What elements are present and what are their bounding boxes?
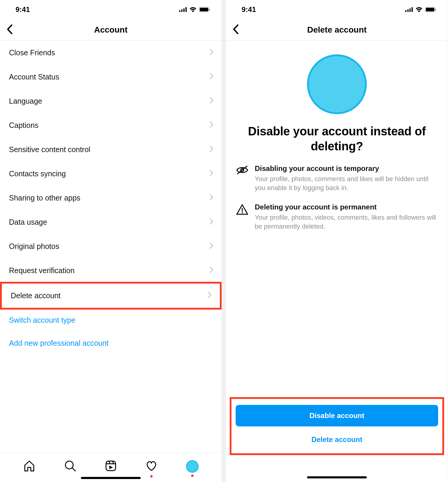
tab-bar bbox=[0, 453, 222, 482]
link-label: Switch account type bbox=[9, 316, 75, 325]
setting-contacts-syncing[interactable]: Contacts syncing bbox=[0, 162, 222, 186]
status-indicators bbox=[179, 7, 210, 12]
chevron-left-icon bbox=[233, 24, 239, 34]
setting-close-friends[interactable]: Close Friends bbox=[0, 41, 222, 65]
svg-rect-5 bbox=[200, 8, 208, 11]
svg-rect-9 bbox=[106, 461, 116, 471]
wifi-icon bbox=[415, 7, 423, 12]
setting-original-photos[interactable]: Original photos bbox=[0, 234, 222, 258]
nav-header: Delete account bbox=[226, 19, 448, 41]
info-deleting: Deleting your account is permanent Your … bbox=[236, 203, 438, 231]
chevron-right-icon bbox=[210, 194, 213, 202]
chevron-left-icon bbox=[7, 24, 13, 34]
setting-language[interactable]: Language bbox=[0, 89, 222, 113]
status-bar: 9:41 bbox=[226, 0, 448, 19]
setting-delete-account[interactable]: Delete account bbox=[2, 284, 220, 308]
bottom-actions: Disable account Delete account bbox=[236, 397, 438, 482]
svg-rect-6 bbox=[209, 9, 210, 10]
avatar-icon bbox=[186, 460, 199, 473]
home-indicator bbox=[307, 476, 367, 478]
reels-icon bbox=[105, 460, 117, 472]
delete-account-screen: 9:41 Delete account Disable your account… bbox=[226, 0, 448, 482]
annotation-highlight: Disable account Delete account bbox=[230, 397, 444, 455]
home-icon bbox=[23, 460, 36, 472]
setting-label: Data usage bbox=[9, 218, 47, 227]
svg-rect-15 bbox=[407, 9, 409, 12]
setting-label: Close Friends bbox=[9, 48, 55, 57]
setting-data-usage[interactable]: Data usage bbox=[0, 210, 222, 234]
battery-icon bbox=[199, 7, 210, 12]
warning-icon bbox=[236, 203, 249, 231]
avatar bbox=[307, 54, 367, 114]
disable-heading: Disable your account instead of deleting… bbox=[236, 124, 438, 154]
status-time: 9:41 bbox=[242, 5, 256, 14]
setting-label: Original photos bbox=[9, 242, 59, 251]
setting-captions[interactable]: Captions bbox=[0, 113, 222, 137]
setting-label: Language bbox=[9, 97, 42, 105]
cellular-icon bbox=[405, 7, 413, 12]
chevron-right-icon bbox=[210, 48, 213, 57]
status-time: 9:41 bbox=[16, 5, 30, 14]
chevron-right-icon bbox=[210, 242, 213, 251]
info-desc: Your profile, photos, videos, comments, … bbox=[255, 213, 438, 231]
nav-header: Account bbox=[0, 19, 222, 41]
notification-dot bbox=[150, 475, 153, 478]
svg-rect-0 bbox=[179, 10, 180, 12]
settings-list[interactable]: Close Friends Account Status Language Ca… bbox=[0, 41, 222, 453]
info-title: Deleting your account is permanent bbox=[255, 203, 438, 211]
chevron-right-icon bbox=[210, 73, 213, 81]
cellular-icon bbox=[179, 7, 187, 12]
link-label: Add new professional account bbox=[9, 339, 109, 348]
setting-label: Captions bbox=[9, 121, 39, 130]
info-text: Deleting your account is permanent Your … bbox=[255, 203, 438, 231]
svg-rect-1 bbox=[181, 9, 182, 12]
search-icon bbox=[64, 460, 76, 472]
setting-sharing-apps[interactable]: Sharing to other apps bbox=[0, 186, 222, 210]
svg-rect-16 bbox=[409, 8, 411, 12]
status-indicators bbox=[405, 7, 436, 12]
info-disabling: Disabling your account is temporary Your… bbox=[236, 164, 438, 193]
page-title: Account bbox=[94, 25, 128, 35]
chevron-right-icon bbox=[210, 266, 213, 275]
info-title: Disabling your account is temporary bbox=[255, 164, 438, 173]
account-settings-screen: 9:41 Account Close Friends Account Statu… bbox=[0, 0, 222, 482]
status-bar: 9:41 bbox=[0, 0, 222, 19]
svg-rect-2 bbox=[183, 8, 185, 12]
tab-search[interactable] bbox=[64, 460, 76, 473]
svg-rect-19 bbox=[426, 8, 434, 11]
annotation-highlight: Delete account bbox=[0, 282, 222, 310]
setting-label: Request verification bbox=[9, 266, 75, 275]
setting-sensitive-content[interactable]: Sensitive content control bbox=[0, 137, 222, 162]
chevron-right-icon bbox=[210, 121, 213, 130]
chevron-right-icon bbox=[210, 145, 213, 154]
setting-label: Contacts syncing bbox=[9, 169, 66, 178]
back-button[interactable] bbox=[4, 22, 15, 38]
svg-rect-3 bbox=[185, 7, 187, 12]
chevron-right-icon bbox=[210, 169, 213, 178]
svg-line-8 bbox=[72, 468, 75, 471]
back-button[interactable] bbox=[230, 22, 241, 38]
setting-label: Account Status bbox=[9, 73, 59, 81]
tab-home[interactable] bbox=[23, 460, 36, 473]
setting-request-verification[interactable]: Request verification bbox=[0, 258, 222, 283]
delete-account-button[interactable]: Delete account bbox=[236, 433, 438, 446]
setting-account-status[interactable]: Account Status bbox=[0, 65, 222, 89]
setting-label: Sharing to other apps bbox=[9, 194, 80, 202]
chevron-right-icon bbox=[210, 97, 213, 105]
heart-icon bbox=[145, 460, 158, 472]
svg-rect-20 bbox=[435, 9, 436, 10]
link-switch-account-type[interactable]: Switch account type bbox=[0, 309, 222, 332]
eye-off-icon bbox=[236, 164, 249, 193]
tab-profile[interactable] bbox=[186, 460, 199, 473]
link-add-professional-account[interactable]: Add new professional account bbox=[0, 332, 222, 355]
disable-account-button[interactable]: Disable account bbox=[236, 405, 438, 426]
svg-point-24 bbox=[242, 212, 243, 213]
tab-activity[interactable] bbox=[145, 460, 158, 473]
info-text: Disabling your account is temporary Your… bbox=[255, 164, 438, 193]
chevron-right-icon bbox=[208, 291, 211, 300]
info-desc: Your profile, photos, comments and likes… bbox=[255, 175, 438, 193]
svg-rect-14 bbox=[405, 10, 406, 12]
tab-reels[interactable] bbox=[105, 460, 117, 473]
page-title: Delete account bbox=[307, 25, 366, 35]
screen-body: Disable your account instead of deleting… bbox=[226, 41, 448, 482]
